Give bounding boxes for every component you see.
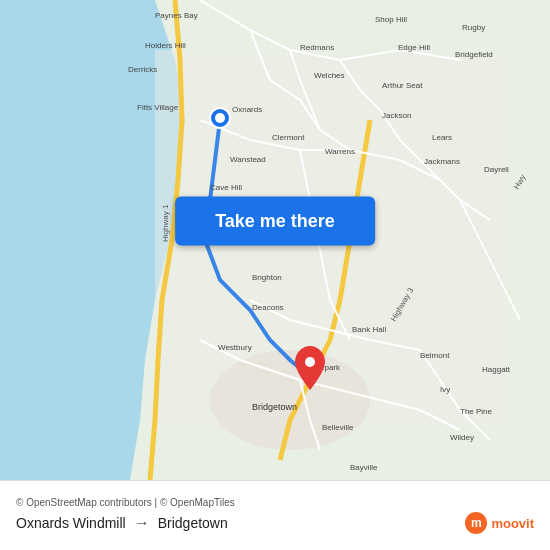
svg-text:Rugby: Rugby [462,23,485,32]
moovit-dot-icon: m [465,512,487,534]
svg-text:Arthur Seat: Arthur Seat [382,81,423,90]
svg-text:Belmont: Belmont [420,351,450,360]
svg-text:Derricks: Derricks [128,65,157,74]
svg-text:The Pine: The Pine [460,407,493,416]
svg-text:Oxnards: Oxnards [232,105,262,114]
route-container: Oxnards Windmill → Bridgetown m moovit [16,512,534,534]
moovit-text: moovit [491,516,534,531]
svg-text:Brighton: Brighton [252,273,282,282]
svg-text:Wildey: Wildey [450,433,474,442]
footer: © OpenStreetMap contributors | © OpenMap… [0,480,550,550]
svg-text:Bank Hall: Bank Hall [352,325,386,334]
svg-text:Fitts Village: Fitts Village [137,103,179,112]
svg-text:Jackmans: Jackmans [424,157,460,166]
svg-point-42 [305,357,315,367]
moovit-logo: m moovit [465,512,534,534]
svg-text:Ivy: Ivy [440,385,450,394]
svg-text:Holders Hill: Holders Hill [145,41,186,50]
svg-text:Deacons: Deacons [252,303,284,312]
svg-text:Bridgetown: Bridgetown [252,402,297,412]
origin-label: Oxnards Windmill [16,515,126,531]
svg-text:Highway 1: Highway 1 [161,204,170,242]
map-container: Highway 1 Highway 3 Hwy Paynes Bay Shop … [0,0,550,480]
svg-text:Cave Hill: Cave Hill [210,183,242,192]
svg-text:Bayville: Bayville [350,463,378,472]
svg-text:Haggatt: Haggatt [482,365,511,374]
arrow-right-icon: → [134,514,150,532]
svg-text:Wanstead: Wanstead [230,155,266,164]
map-attribution: © OpenStreetMap contributors | © OpenMap… [16,497,534,508]
svg-text:Lears: Lears [432,133,452,142]
svg-text:Bridgefield: Bridgefield [455,50,493,59]
svg-text:Edge Hill: Edge Hill [398,43,430,52]
svg-text:Redmans: Redmans [300,43,334,52]
svg-point-41 [215,113,225,123]
svg-text:Belleville: Belleville [322,423,354,432]
take-me-there-button[interactable]: Take me there [175,196,375,245]
svg-text:Clermont: Clermont [272,133,305,142]
svg-text:Westbury: Westbury [218,343,252,352]
svg-point-3 [210,350,370,450]
svg-text:Shop Hill: Shop Hill [375,15,407,24]
svg-text:Jackson: Jackson [382,111,411,120]
destination-label: Bridgetown [158,515,228,531]
svg-text:Dayrell: Dayrell [484,165,509,174]
svg-text:Warrens: Warrens [325,147,355,156]
svg-text:Welches: Welches [314,71,345,80]
svg-text:Paynes Bay: Paynes Bay [155,11,198,20]
